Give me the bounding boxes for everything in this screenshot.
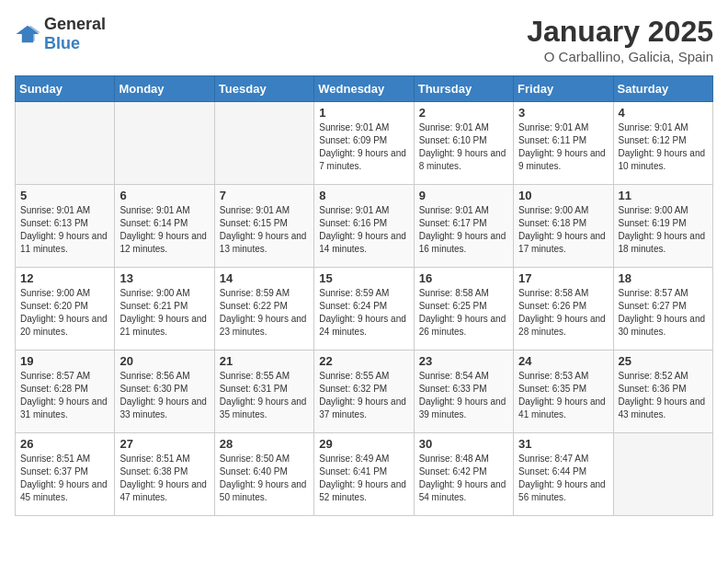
- day-number: 5: [20, 189, 109, 202]
- day-number: 31: [518, 437, 608, 451]
- week-row-4: 19Sunrise: 8:57 AM Sunset: 6:28 PM Dayli…: [16, 350, 713, 433]
- logo: General Blue: [15, 15, 106, 53]
- day-info: Sunrise: 9:00 AM Sunset: 6:18 PM Dayligh…: [518, 204, 608, 256]
- day-number: 16: [419, 271, 508, 285]
- day-number: 7: [220, 189, 309, 202]
- page-header: General Blue January 2025 O Carballino, …: [15, 15, 713, 64]
- day-number: 14: [220, 271, 309, 285]
- calendar-cell: 27Sunrise: 8:51 AM Sunset: 6:38 PM Dayli…: [115, 433, 214, 516]
- calendar-cell: 5Sunrise: 9:01 AM Sunset: 6:13 PM Daylig…: [16, 185, 115, 268]
- calendar-cell: 25Sunrise: 8:52 AM Sunset: 6:36 PM Dayli…: [613, 350, 712, 433]
- calendar-cell: [16, 102, 115, 185]
- calendar-cell: 3Sunrise: 9:01 AM Sunset: 6:11 PM Daylig…: [514, 102, 613, 185]
- day-info: Sunrise: 8:53 AM Sunset: 6:35 PM Dayligh…: [518, 370, 608, 421]
- calendar-cell: 20Sunrise: 8:56 AM Sunset: 6:30 PM Dayli…: [115, 350, 214, 433]
- week-row-1: 1Sunrise: 9:01 AM Sunset: 6:09 PM Daylig…: [16, 102, 713, 185]
- day-info: Sunrise: 8:50 AM Sunset: 6:40 PM Dayligh…: [220, 453, 309, 504]
- day-info: Sunrise: 9:01 AM Sunset: 6:10 PM Dayligh…: [419, 121, 508, 173]
- calendar-cell: 23Sunrise: 8:54 AM Sunset: 6:33 PM Dayli…: [414, 350, 513, 433]
- day-info: Sunrise: 9:01 AM Sunset: 6:17 PM Dayligh…: [419, 204, 508, 256]
- day-number: 11: [619, 189, 708, 202]
- calendar-cell: 10Sunrise: 9:00 AM Sunset: 6:18 PM Dayli…: [514, 185, 613, 268]
- day-info: Sunrise: 9:01 AM Sunset: 6:12 PM Dayligh…: [619, 121, 708, 173]
- day-number: 30: [419, 437, 508, 451]
- day-info: Sunrise: 8:58 AM Sunset: 6:26 PM Dayligh…: [518, 287, 608, 339]
- day-number: 26: [20, 437, 109, 451]
- calendar-cell: 6Sunrise: 9:01 AM Sunset: 6:14 PM Daylig…: [115, 185, 214, 268]
- calendar-cell: 31Sunrise: 8:47 AM Sunset: 6:44 PM Dayli…: [514, 433, 613, 516]
- day-number: 15: [319, 271, 408, 285]
- calendar-cell: 21Sunrise: 8:55 AM Sunset: 6:31 PM Dayli…: [214, 350, 313, 433]
- calendar-cell: 7Sunrise: 9:01 AM Sunset: 6:15 PM Daylig…: [214, 185, 313, 268]
- day-number: 9: [419, 189, 508, 202]
- day-info: Sunrise: 8:56 AM Sunset: 6:30 PM Dayligh…: [119, 370, 209, 421]
- day-info: Sunrise: 8:59 AM Sunset: 6:24 PM Dayligh…: [319, 287, 408, 339]
- day-number: 20: [119, 354, 209, 368]
- week-row-5: 26Sunrise: 8:51 AM Sunset: 6:37 PM Dayli…: [16, 433, 713, 516]
- day-info: Sunrise: 8:47 AM Sunset: 6:44 PM Dayligh…: [518, 453, 608, 504]
- day-number: 6: [119, 189, 209, 202]
- day-info: Sunrise: 8:49 AM Sunset: 6:41 PM Dayligh…: [319, 453, 408, 504]
- day-info: Sunrise: 8:57 AM Sunset: 6:28 PM Dayligh…: [20, 370, 109, 421]
- logo-icon: [15, 24, 40, 44]
- week-row-2: 5Sunrise: 9:01 AM Sunset: 6:13 PM Daylig…: [16, 185, 713, 268]
- day-info: Sunrise: 9:01 AM Sunset: 6:14 PM Dayligh…: [119, 204, 209, 256]
- day-info: Sunrise: 8:57 AM Sunset: 6:27 PM Dayligh…: [619, 287, 708, 339]
- day-info: Sunrise: 8:58 AM Sunset: 6:25 PM Dayligh…: [419, 287, 508, 339]
- calendar-cell: 22Sunrise: 8:55 AM Sunset: 6:32 PM Dayli…: [314, 350, 414, 433]
- day-number: 10: [518, 189, 608, 202]
- logo-text: General Blue: [44, 15, 106, 53]
- day-number: 3: [518, 106, 608, 120]
- calendar-title: January 2025: [527, 15, 713, 49]
- calendar-cell: 1Sunrise: 9:01 AM Sunset: 6:09 PM Daylig…: [314, 102, 414, 185]
- day-info: Sunrise: 8:51 AM Sunset: 6:37 PM Dayligh…: [20, 453, 109, 504]
- calendar-cell: [613, 433, 712, 516]
- day-info: Sunrise: 9:01 AM Sunset: 6:16 PM Dayligh…: [319, 204, 408, 256]
- calendar-cell: 14Sunrise: 8:59 AM Sunset: 6:22 PM Dayli…: [214, 268, 313, 350]
- col-header-friday: Friday: [514, 76, 613, 102]
- day-number: 23: [419, 354, 508, 368]
- day-info: Sunrise: 9:00 AM Sunset: 6:19 PM Dayligh…: [619, 204, 708, 256]
- day-number: 8: [319, 189, 408, 202]
- day-number: 22: [319, 354, 408, 368]
- day-number: 13: [119, 271, 209, 285]
- day-info: Sunrise: 8:59 AM Sunset: 6:22 PM Dayligh…: [220, 287, 309, 339]
- day-number: 17: [518, 271, 608, 285]
- calendar-cell: 2Sunrise: 9:01 AM Sunset: 6:10 PM Daylig…: [414, 102, 513, 185]
- calendar-cell: 8Sunrise: 9:01 AM Sunset: 6:16 PM Daylig…: [314, 185, 414, 268]
- day-info: Sunrise: 9:01 AM Sunset: 6:15 PM Dayligh…: [220, 204, 309, 256]
- logo-blue: Blue: [44, 34, 80, 52]
- day-info: Sunrise: 9:01 AM Sunset: 6:09 PM Dayligh…: [319, 121, 408, 173]
- calendar-cell: 19Sunrise: 8:57 AM Sunset: 6:28 PM Dayli…: [16, 350, 115, 433]
- calendar-cell: 26Sunrise: 8:51 AM Sunset: 6:37 PM Dayli…: [16, 433, 115, 516]
- day-info: Sunrise: 9:00 AM Sunset: 6:20 PM Dayligh…: [20, 287, 109, 339]
- calendar-cell: 9Sunrise: 9:01 AM Sunset: 6:17 PM Daylig…: [414, 185, 513, 268]
- day-number: 2: [419, 106, 508, 120]
- calendar-cell: 18Sunrise: 8:57 AM Sunset: 6:27 PM Dayli…: [613, 268, 712, 350]
- calendar-header-row: SundayMondayTuesdayWednesdayThursdayFrid…: [16, 76, 713, 102]
- day-info: Sunrise: 8:51 AM Sunset: 6:38 PM Dayligh…: [119, 453, 209, 504]
- day-number: 1: [319, 106, 408, 120]
- day-number: 12: [20, 271, 109, 285]
- calendar-cell: [115, 102, 214, 185]
- svg-marker-0: [17, 26, 40, 43]
- day-number: 24: [518, 354, 608, 368]
- day-info: Sunrise: 8:54 AM Sunset: 6:33 PM Dayligh…: [419, 370, 508, 421]
- col-header-tuesday: Tuesday: [214, 76, 313, 102]
- calendar-cell: 15Sunrise: 8:59 AM Sunset: 6:24 PM Dayli…: [314, 268, 414, 350]
- calendar-cell: 29Sunrise: 8:49 AM Sunset: 6:41 PM Dayli…: [314, 433, 414, 516]
- day-number: 29: [319, 437, 408, 451]
- calendar-cell: 30Sunrise: 8:48 AM Sunset: 6:42 PM Dayli…: [414, 433, 513, 516]
- calendar-cell: 16Sunrise: 8:58 AM Sunset: 6:25 PM Dayli…: [414, 268, 513, 350]
- calendar-cell: 13Sunrise: 9:00 AM Sunset: 6:21 PM Dayli…: [115, 268, 214, 350]
- calendar-location: O Carballino, Galicia, Spain: [527, 49, 713, 64]
- logo-general: General: [44, 15, 106, 33]
- week-row-3: 12Sunrise: 9:00 AM Sunset: 6:20 PM Dayli…: [16, 268, 713, 350]
- day-number: 18: [619, 271, 708, 285]
- col-header-monday: Monday: [115, 76, 214, 102]
- col-header-thursday: Thursday: [414, 76, 513, 102]
- day-info: Sunrise: 8:55 AM Sunset: 6:31 PM Dayligh…: [220, 370, 309, 421]
- col-header-sunday: Sunday: [16, 76, 115, 102]
- day-info: Sunrise: 9:00 AM Sunset: 6:21 PM Dayligh…: [119, 287, 209, 339]
- day-info: Sunrise: 8:48 AM Sunset: 6:42 PM Dayligh…: [419, 453, 508, 504]
